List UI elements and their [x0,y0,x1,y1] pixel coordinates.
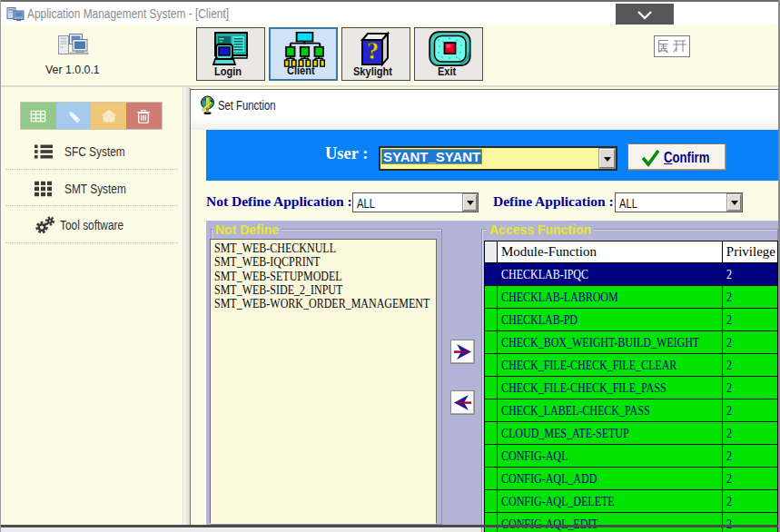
svg-text:?: ? [367,37,380,64]
